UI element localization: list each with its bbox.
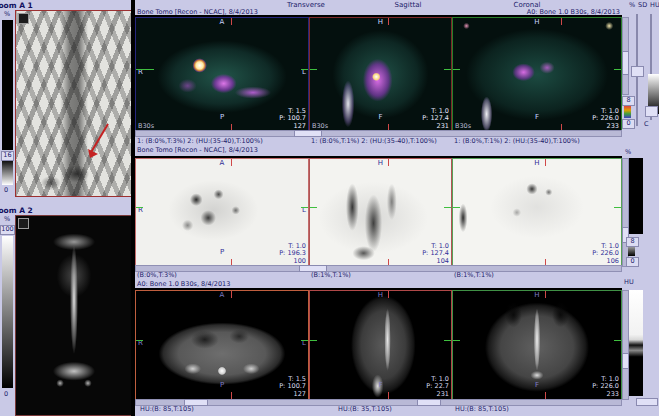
hu-slider-thumb[interactable] <box>645 106 658 117</box>
reference-line-tick <box>388 159 389 166</box>
orientation-label: F <box>535 382 539 389</box>
row3-scroll-thumb[interactable] <box>636 398 658 406</box>
zoom-a1-panel[interactable] <box>15 10 133 197</box>
row1-slice-scrollbar[interactable] <box>135 130 622 137</box>
fused-scale-lower[interactable]: 0 <box>622 119 635 129</box>
blend-slider-thumb[interactable] <box>631 66 644 77</box>
orientation-label: H <box>378 19 383 26</box>
zoom-a1-image <box>16 11 132 196</box>
zoom-a1-colorbar[interactable] <box>2 20 13 150</box>
fused-c-label: C <box>644 121 649 129</box>
reference-line-tick <box>453 340 460 341</box>
spect-scale-lower[interactable]: 0 <box>626 257 639 267</box>
reference-line-tick <box>310 69 317 70</box>
recon-kernel-label: B30s <box>312 122 328 130</box>
reference-line-tick <box>136 207 143 208</box>
hu-window-label: HU:(B: 85,T:105) <box>455 406 509 414</box>
recon-kernel-label: B30s <box>138 122 154 130</box>
orientation-label: P <box>220 382 224 389</box>
orientation-label: L <box>302 69 306 76</box>
slice-info: T: 1.0P: 127.4231 <box>422 108 449 131</box>
zoom-a2-scale-unit: % <box>4 216 10 224</box>
zoom-a1-scale-unit: % <box>4 11 10 19</box>
slice-info: T: 1.0P: 226.0106 <box>592 243 619 266</box>
reference-line-tick <box>231 159 232 166</box>
row3-vertical-scrollbar[interactable] <box>622 290 629 400</box>
reference-line-tick <box>453 207 460 208</box>
ct-window-colorbar[interactable] <box>629 290 643 396</box>
slice-info: T: 1.0P: 226.0233 <box>592 376 619 399</box>
panel-spect-transverse[interactable]: A R L P T: 1.0P: 196.3100 <box>135 158 309 267</box>
window-setting-label: 1: (B:0%,T:1%) 2: (HU:(35-40),T:100%) <box>454 138 580 146</box>
reference-line-tick <box>310 340 317 341</box>
panel-fused-coronal[interactable]: H F B30s T: 1.0P: 226.0233 <box>452 17 622 132</box>
reference-line-tick <box>388 18 389 25</box>
slice-info: T: 1.0P: 226.0233 <box>592 108 619 131</box>
fused-scale-upper[interactable]: 8 <box>622 96 635 106</box>
series-description-spect-row: Bone Tomo [Recon - NCAC], 8/4/2013 <box>137 147 258 155</box>
reference-line-tick <box>301 340 308 341</box>
orientation-label: R <box>138 69 143 76</box>
orientation-label: H <box>534 160 539 167</box>
row1-vscroll-thumb[interactable] <box>622 51 629 75</box>
row1-vertical-scrollbar[interactable] <box>622 17 629 95</box>
window-setting-label: (B:1%,T:1%) <box>311 272 351 280</box>
zoom-a2-panel-icon[interactable] <box>18 218 29 229</box>
spect-scale-upper[interactable]: 8 <box>626 237 639 247</box>
zoom-a1-scale-upper[interactable]: 16 <box>1 151 14 161</box>
row3-scroll-thumb[interactable] <box>417 399 441 406</box>
orientation-label: H <box>378 160 383 167</box>
zoom-a1-scale-lower: 0 <box>4 187 8 195</box>
panel-spect-coronal[interactable]: H T: 1.0P: 226.0106 <box>452 158 622 267</box>
orientation-label: F <box>378 382 382 389</box>
zoom-a2-scale-lower: 0 <box>4 391 8 399</box>
hu-window-label: HU:(B: 85,T:105) <box>140 406 194 414</box>
row3-vscroll-thumb[interactable] <box>622 353 629 369</box>
recon-kernel-label: B30s <box>455 122 471 130</box>
panel-fused-sagittal[interactable]: H F B30s T: 1.0P: 127.4231 <box>309 17 452 132</box>
panel-ct-transverse[interactable]: A R L P T: 1.5P: 100.7127 <box>135 290 309 400</box>
reference-line-tick <box>444 340 451 341</box>
orientation-label: F <box>378 114 382 121</box>
window-setting-label: (B:0%,T:3%) <box>137 272 177 280</box>
row2-slice-scrollbar[interactable] <box>135 265 622 272</box>
zoom-a2-title: Zoom A 2 <box>0 206 33 215</box>
orientation-label: A <box>220 160 225 167</box>
reference-line-tick <box>561 18 562 25</box>
zoom-a2-colorbar[interactable] <box>2 236 13 388</box>
reference-line-tick <box>388 392 389 399</box>
reference-line-tick <box>388 291 389 298</box>
reference-line-tick <box>231 291 232 298</box>
reference-line-tick <box>136 340 143 341</box>
annotation-arrow-icon <box>78 120 116 164</box>
reference-line-tick <box>545 392 546 399</box>
reference-line-tick <box>453 69 460 70</box>
spect-colorbar[interactable] <box>629 158 643 234</box>
orientation-label: L <box>302 207 306 214</box>
slice-info: T: 1.5P: 100.7127 <box>279 376 306 399</box>
fused-hu-label: HU <box>650 2 659 10</box>
zoom-a2-panel[interactable] <box>15 215 133 416</box>
orientation-label: H <box>378 292 383 299</box>
reference-line-tick <box>231 18 232 25</box>
reference-line-tick <box>614 207 621 208</box>
ct-hu-label: HU <box>624 279 634 287</box>
orientation-label: L <box>302 340 306 347</box>
zoom-a2-scale-upper[interactable]: 100 <box>0 225 15 235</box>
panel-ct-sagittal[interactable]: H F T: 1.0P: 22.7231 <box>309 290 452 400</box>
zoom-a1-panel-icon[interactable] <box>18 13 29 24</box>
row1-scroll-thumb[interactable] <box>294 130 322 137</box>
panel-spect-sagittal[interactable]: H T: 1.0P: 127.4104 <box>309 158 452 267</box>
panel-ct-coronal[interactable]: H F T: 1.0P: 226.0233 <box>452 290 622 400</box>
fusion-viewer-window: Zoom A 1 % 16 0 Zoom A 2 % 100 0 Transve… <box>0 0 659 416</box>
zoom-a1-title: Zoom A 1 <box>0 1 33 10</box>
series-description-spect: Bone Tomo [Recon - NCAC], 8/4/2013 <box>137 9 258 17</box>
reference-line-tick <box>614 69 621 70</box>
fused-percent-label: % <box>629 2 635 10</box>
column-title-sagittal: Sagittal <box>395 1 422 9</box>
fused-sd-label: SD <box>638 2 647 10</box>
panel-fused-transverse[interactable]: A R L P B30s T: 1.5P: 100.7127 <box>135 17 309 132</box>
orientation-label: A <box>220 292 225 299</box>
orientation-label: H <box>534 19 539 26</box>
reference-line-tick <box>301 207 308 208</box>
